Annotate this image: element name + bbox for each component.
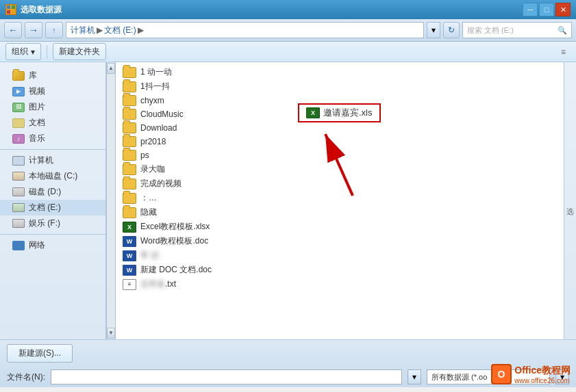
sidebar-section-computer: 计算机 本地磁盘 (C:) 磁盘 (D:) (0, 153, 105, 231)
list-item[interactable]: X Excel教程模板.xlsx (116, 220, 564, 234)
sidebar-item-video[interactable]: ▶ 视频 (0, 83, 105, 99)
back-button[interactable]: ← (4, 22, 22, 38)
right-panel: 选 (564, 62, 576, 339)
list-item[interactable]: W 新建 DOC 文档.doc (116, 263, 564, 277)
bottom-area: 新建源(S)... 文件名(N): ▾ 所有数据源 (*.oo ▾ (0, 339, 576, 387)
sidebar-label-drive-f: 娱乐 (F:) (29, 218, 60, 229)
minimize-button[interactable]: ─ (523, 3, 538, 16)
organize-button[interactable]: 组织 ▾ (5, 43, 41, 60)
file-name: 文件名.txt (140, 278, 176, 290)
sidebar-item-library[interactable]: 库 (0, 68, 105, 83)
window-title: 选取数据源 (21, 4, 62, 16)
sidebar-item-drive-d[interactable]: 磁盘 (D:) (0, 184, 105, 200)
search-input[interactable]: 搜索 文档 (E:) 🔍 (462, 22, 572, 38)
refresh-button[interactable]: ↻ (443, 22, 460, 38)
file-name: 录大咖 (140, 164, 165, 175)
file-name: CloudMusic (140, 109, 184, 119)
watermark-text: Office教程网 www.office26.com (514, 365, 571, 384)
main-content: 库 ▶ 视频 🖼 图片 (0, 62, 576, 339)
list-item[interactable]: W 常 识 (116, 248, 564, 263)
file-name: 完成的视频 (140, 178, 181, 190)
svg-rect-1 (12, 5, 15, 9)
address-bar: ← → ↑ 计算机 ▶ 文档 (E:) ▶ ▾ ↻ 搜索 文档 (E:) 🔍 (0, 19, 576, 42)
word-icon: W (123, 265, 136, 276)
folder-icon (123, 122, 136, 133)
filetype-label: 所有数据源 (*.oo (431, 372, 487, 382)
list-item[interactable]: 1抖一抖 (116, 79, 564, 94)
list-item[interactable]: 隐藏 (116, 205, 564, 220)
title-bar: 选取数据源 ─ □ ✕ (0, 0, 576, 19)
address-dropdown-button[interactable]: ▾ (427, 22, 440, 38)
list-item[interactable]: ≡ 文件名.txt (116, 277, 564, 291)
forward-button[interactable]: → (25, 22, 42, 38)
address-separator-2: ▶ (138, 25, 144, 35)
search-icon: 🔍 (558, 26, 567, 35)
up-button[interactable]: ↑ (45, 22, 63, 38)
filename-input[interactable] (51, 369, 402, 384)
folder-icon (123, 109, 136, 120)
close-button[interactable]: ✕ (555, 3, 571, 16)
sidebar-item-drive-c[interactable]: 本地磁盘 (C:) (0, 168, 105, 184)
sidebar-section-library: 库 ▶ 视频 🖼 图片 (0, 68, 105, 146)
file-name: 常 识 (140, 250, 159, 261)
sidebar-item-pictures[interactable]: 🖼 图片 (0, 99, 105, 115)
sidebar-item-network[interactable]: 网络 (0, 237, 105, 253)
file-name: Excel教程模板.xlsx (140, 221, 210, 233)
sidebar-label-drive-d: 磁盘 (D:) (29, 186, 61, 198)
sidebar-item-drive-f[interactable]: 娱乐 (F:) (0, 215, 105, 231)
svg-rect-0 (7, 5, 10, 9)
svg-rect-2 (7, 10, 10, 14)
sidebar-item-drive-e[interactable]: 文档 (E:) (0, 200, 105, 215)
scrollbar-down-button[interactable]: ▼ (107, 328, 115, 339)
list-item[interactable]: 1 动一动 (116, 65, 564, 79)
address-separator-1: ▶ (97, 25, 103, 35)
maximize-button[interactable]: □ (539, 3, 554, 16)
sidebar-label-pictures: 图片 (29, 101, 45, 113)
word-icon: W (123, 236, 136, 247)
folder-icon (123, 207, 136, 218)
sidebar-label-drive-c: 本地磁盘 (C:) (29, 170, 77, 182)
drive-c-icon (12, 171, 25, 182)
file-name: 新建 DOC 文档.doc (140, 264, 212, 276)
main-wrapper: 库 ▶ 视频 🖼 图片 (0, 62, 576, 387)
highlighted-file: X 邀请嘉宾.xls (298, 103, 381, 122)
sidebar-item-computer[interactable]: 计算机 (0, 153, 105, 168)
list-item[interactable]: W Word教程模板.doc (116, 234, 564, 248)
filename-dropdown-button[interactable]: ▾ (408, 369, 421, 384)
sidebar-label-computer: 计算机 (29, 155, 53, 166)
svg-rect-3 (12, 10, 15, 14)
toolbar-options[interactable]: ≡ (561, 47, 571, 57)
address-path-computer: 计算机 (71, 25, 95, 36)
folder-icon (123, 179, 136, 190)
new-source-button[interactable]: 新建源(S)... (7, 344, 73, 363)
sidebar-label-network: 网络 (29, 239, 45, 251)
watermark-icon: O (491, 364, 512, 384)
highlighted-file-name: 邀请嘉宾.xls (323, 107, 373, 119)
sidebar-section-network: 网络 (0, 237, 105, 253)
sidebar-label-documents: 文档 (29, 117, 45, 129)
file-name: chyxm (140, 96, 164, 105)
highlighted-excel-icon: X (306, 107, 320, 118)
watermark-site: Office教程网 (514, 365, 571, 377)
file-name: ：… (140, 192, 157, 204)
documents-icon (12, 118, 25, 129)
svg-text:O: O (498, 369, 505, 380)
window-controls: ─ □ ✕ (523, 3, 571, 16)
address-input[interactable]: 计算机 ▶ 文档 (E:) ▶ (66, 22, 424, 38)
pictures-icon: 🖼 (12, 102, 25, 113)
toolbar: 组织 ▾ 新建文件夹 ≡ (0, 42, 576, 62)
sidebar-divider-2 (0, 234, 105, 235)
scrollbar-up-button[interactable]: ▲ (107, 63, 115, 74)
new-folder-button[interactable]: 新建文件夹 (53, 43, 106, 60)
folder-icon (123, 164, 136, 175)
sidebar-label-music: 音乐 (29, 133, 45, 144)
search-placeholder: 搜索 文档 (E:) (467, 25, 514, 36)
svg-line-5 (325, 134, 353, 196)
sidebar-item-documents[interactable]: 文档 (0, 115, 105, 131)
sidebar-scrollbar[interactable]: ▲ ▼ (106, 62, 116, 339)
sidebar-item-music[interactable]: ♪ 音乐 (0, 131, 105, 146)
video-icon: ▶ (12, 86, 25, 97)
file-name: Word教程模板.doc (140, 235, 208, 247)
folder-icon (123, 67, 136, 78)
sidebar: 库 ▶ 视频 🖼 图片 (0, 62, 106, 339)
